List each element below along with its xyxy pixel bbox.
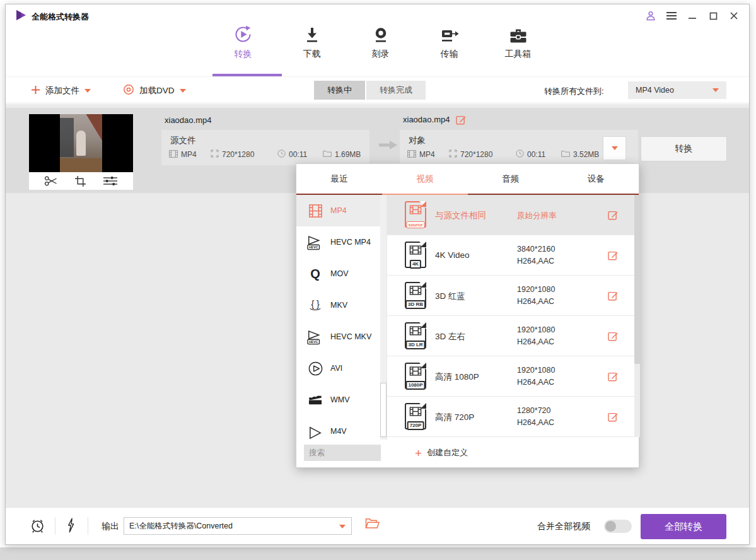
size-info: 1.69MB [323, 150, 361, 159]
add-file-label: 添加文件 [45, 85, 79, 96]
tab-download[interactable]: 下载 [277, 21, 346, 60]
clapperboard-icon [305, 393, 325, 407]
edit-preset-icon[interactable] [608, 411, 619, 424]
video-file-3drb-icon: 3D RB [405, 282, 426, 308]
load-dvd-label: 加载DVD [139, 85, 175, 96]
create-custom-button[interactable]: + 创建自定义 [415, 444, 468, 462]
open-folder-icon[interactable] [365, 518, 380, 529]
format-info: MP4 [407, 150, 449, 160]
user-icon[interactable] [643, 9, 658, 23]
output-format-select[interactable]: MP4 Video [628, 81, 726, 99]
search-input[interactable] [304, 445, 381, 461]
adjust-sliders-icon[interactable] [103, 176, 118, 186]
source-info-row: MP4 720*1280 00:11 1.69MB [169, 149, 361, 160]
load-dvd-button[interactable]: 加载DVD [123, 82, 186, 99]
tab-convert[interactable]: 转换 [209, 21, 277, 60]
preset-item-same-as-source[interactable]: source 与源文件相同 原始分辨率 [387, 195, 634, 235]
minimize-icon[interactable] [685, 9, 700, 23]
plus-icon: + [415, 447, 422, 459]
svg-text:HEVC: HEVC [309, 245, 318, 249]
preset-item-4k[interactable]: 4K 4K Video 3840*2160H264,AAC [387, 235, 634, 276]
edit-preset-icon[interactable] [608, 330, 619, 343]
burn-disc-icon [371, 21, 390, 45]
download-icon [303, 21, 322, 45]
format-list: MP4 HEVC HEVC MP4 Q MOV { } MKV [296, 195, 387, 440]
edit-preset-icon[interactable] [608, 371, 619, 383]
folder-mini-icon [561, 150, 570, 159]
chevron-down-icon [712, 88, 719, 92]
crop-icon[interactable] [75, 176, 86, 187]
tab-recent[interactable]: 最近 [296, 164, 382, 194]
format-list-scrollbar[interactable] [380, 195, 387, 440]
preset-item-3d-redblue[interactable]: 3D RB 3D 红蓝 1920*1080H264,AAC [387, 276, 634, 316]
format-info: MP4 [169, 150, 211, 160]
format-item-m4v[interactable]: M4V [296, 416, 387, 440]
convert-circular-play-icon [233, 21, 253, 45]
svg-text:HEVC: HEVC [309, 340, 318, 344]
app-title: 全能格式转换器 [32, 11, 89, 23]
preset-item-1080p[interactable]: 1080P 高清 1080P 1920*1080H264,AAC [387, 356, 634, 397]
hevc-play-icon: HEVC [305, 235, 325, 250]
format-item-mov[interactable]: Q MOV [296, 258, 387, 289]
edit-preset-icon[interactable] [608, 250, 619, 262]
nav-label: 传输 [441, 49, 458, 60]
transfer-icon [439, 21, 460, 45]
target-info-row: MP4 720*1280 00:11 3.52MB [407, 149, 599, 160]
nav-label: 转换 [235, 49, 252, 60]
menu-icon[interactable] [664, 9, 679, 23]
dvd-disc-icon [123, 84, 134, 97]
thumbnail-toolbar [29, 172, 133, 190]
thumbnail-image [29, 114, 133, 172]
tab-transfer[interactable]: 传输 [415, 21, 484, 60]
maximize-icon[interactable] [706, 9, 721, 23]
size-info: 3.52MB [561, 150, 599, 159]
chevron-down-icon [612, 146, 618, 150]
format-item-wmv[interactable]: WMV [296, 384, 387, 416]
film-mini-icon [407, 150, 416, 160]
format-item-mp4[interactable]: MP4 [296, 195, 387, 226]
close-icon[interactable] [726, 9, 741, 23]
target-format-dropdown-button[interactable] [603, 136, 626, 160]
format-picker-panel: 最近 视频 音频 设备 MP4 HEVC HEVC MP4 Q [296, 163, 639, 468]
format-item-avi[interactable]: AVI [296, 353, 387, 384]
tab-converted[interactable]: 转换完成 [366, 81, 426, 100]
window-controls [643, 9, 741, 23]
cut-scissors-icon[interactable] [44, 176, 58, 186]
tab-toolbox[interactable]: 工具箱 [484, 21, 552, 60]
performance-bolt-icon[interactable] [66, 518, 76, 533]
rename-edit-icon[interactable] [456, 114, 467, 125]
preset-item-720p[interactable]: 720P 高清 720P 1280*720H264,AAC [387, 397, 634, 437]
schedule-alarm-icon[interactable] [30, 518, 45, 534]
merge-videos-toggle[interactable] [604, 520, 632, 533]
video-file-3dlr-icon: 3D LR [405, 322, 426, 349]
expand-corners-icon [449, 149, 457, 160]
add-file-button[interactable]: 添加文件 [31, 82, 91, 99]
chevron-down-icon [180, 89, 186, 93]
preset-item-3d-leftright[interactable]: 3D LR 3D 左右 1920*1080H264,AAC [387, 316, 634, 356]
scrollbar-thumb[interactable] [380, 383, 387, 437]
format-item-hevc-mp4[interactable]: HEVC HEVC MP4 [296, 226, 387, 258]
edit-preset-icon[interactable] [608, 290, 619, 303]
tab-burn[interactable]: 刻录 [346, 21, 415, 60]
thumbnail-photo [60, 114, 102, 172]
chevron-down-icon[interactable] [339, 525, 346, 528]
convert-button[interactable]: 转换 [641, 136, 727, 161]
scrollbar-thumb[interactable] [634, 195, 640, 364]
convert-all-button[interactable]: 全部转换 [641, 514, 726, 539]
clock-icon [516, 149, 524, 160]
edit-preset-icon[interactable] [608, 209, 619, 222]
target-filename-row: xiaodao.mp4 [403, 114, 467, 125]
tab-device[interactable]: 设备 [553, 164, 639, 194]
tab-converting[interactable]: 转换中 [314, 81, 365, 100]
convert-all-to-label: 转换所有文件到: [544, 86, 604, 97]
toggle-knob [605, 521, 616, 532]
toolbox-icon [508, 21, 528, 45]
output-path-input[interactable] [124, 518, 351, 534]
format-item-mkv[interactable]: { } MKV [296, 289, 387, 321]
tab-audio[interactable]: 音频 [468, 164, 554, 194]
format-item-hevc-mkv[interactable]: HEVC HEVC MKV [296, 321, 387, 353]
output-path-select [124, 517, 352, 535]
divider [88, 517, 88, 535]
preset-list-scrollbar[interactable] [634, 195, 640, 437]
tab-video[interactable]: 视频 [382, 164, 468, 194]
